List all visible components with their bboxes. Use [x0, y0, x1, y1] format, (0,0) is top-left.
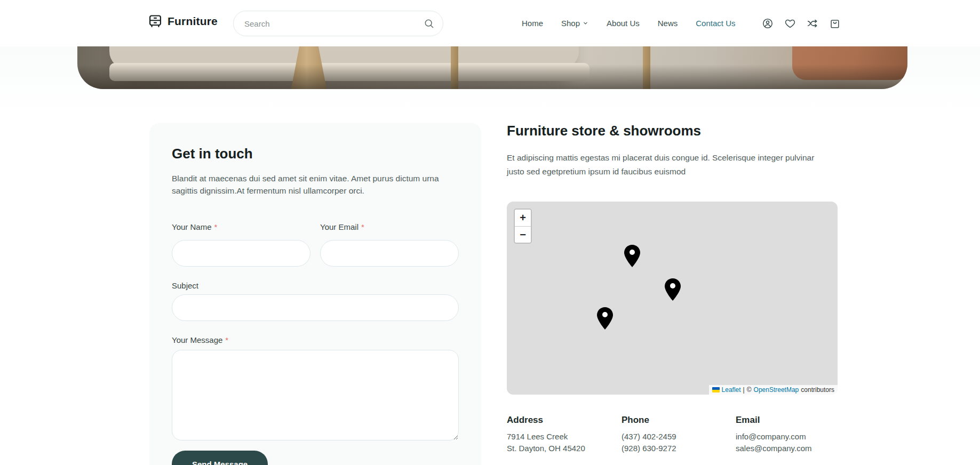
nav-label: Contact Us: [696, 19, 735, 28]
showrooms-description: Et adipiscing mattis egestas mi placerat…: [507, 151, 827, 179]
phone-heading: Phone: [622, 415, 676, 426]
leaflet-link[interactable]: Leaflet: [722, 386, 741, 394]
nav-item-about-us[interactable]: About Us: [607, 19, 640, 28]
nav-label: Shop: [561, 19, 580, 28]
header-actions: [762, 0, 841, 46]
brand-logo[interactable]: Furniture: [148, 14, 218, 29]
map-zoom-in-button[interactable]: +: [515, 210, 531, 226]
email-field[interactable]: [320, 240, 459, 267]
wishlist-icon[interactable]: [784, 18, 796, 29]
search-input[interactable]: [233, 11, 443, 36]
contact-form-card: Get in touch Blandit at maecenas dui sed…: [149, 123, 481, 465]
message-field[interactable]: [172, 350, 459, 440]
contact-form-description: Blandit at maecenas dui sed amet sit eni…: [172, 172, 449, 197]
map-marker-pin[interactable]: [664, 278, 682, 301]
phone-column: Phone (437) 402-2459 (928) 630-9272: [622, 415, 676, 454]
address-column: Address 7914 Lees Creek St. Dayton, OH 4…: [507, 415, 585, 454]
subject-field[interactable]: [172, 294, 459, 321]
map-zoom-control: + −: [514, 209, 532, 244]
main-nav: Home Shop About Us News Contact Us: [522, 0, 735, 46]
name-label: Your Name*: [172, 222, 217, 231]
nav-label: Home: [522, 19, 543, 28]
compare-icon[interactable]: [807, 18, 818, 29]
cart-icon[interactable]: [829, 18, 841, 29]
email-column: Email info@company.com sales@company.com: [736, 415, 812, 454]
email-line: info@company.com: [736, 431, 812, 443]
account-icon[interactable]: [762, 18, 774, 29]
furniture-logo-icon: [148, 14, 163, 29]
required-asterisk: *: [225, 335, 228, 344]
showrooms-map[interactable]: + − Leaflet | © OpenStreetMap contributo…: [507, 202, 838, 395]
site-header: Furniture Home Shop About Us News Contac…: [0, 0, 980, 46]
required-asterisk: *: [361, 222, 364, 231]
attribution-separator: |: [743, 386, 745, 394]
email-line: sales@company.com: [736, 443, 812, 454]
search-bar: [233, 11, 443, 36]
email-label: Your Email*: [320, 222, 364, 231]
nav-item-home[interactable]: Home: [522, 19, 543, 28]
map-marker-pin[interactable]: [623, 244, 641, 268]
message-label-text: Your Message: [172, 335, 222, 344]
map-zoom-out-button[interactable]: −: [515, 226, 531, 243]
nav-item-news[interactable]: News: [658, 19, 678, 28]
nav-item-contact-us[interactable]: Contact Us: [696, 19, 735, 28]
showrooms-title: Furniture store & showrooms: [507, 123, 701, 139]
address-line: St. Dayton, OH 45420: [507, 443, 585, 454]
attribution-contributors: contributors: [801, 386, 834, 394]
chevron-down-icon: [583, 20, 588, 26]
send-message-button[interactable]: Send Message: [172, 451, 268, 465]
map-marker-pin[interactable]: [596, 307, 614, 330]
map-attribution: Leaflet | © OpenStreetMap contributors: [709, 385, 838, 395]
message-label: Your Message*: [172, 335, 228, 344]
phone-line: (437) 402-2459: [622, 431, 676, 443]
email-label-text: Your Email: [320, 222, 358, 231]
address-heading: Address: [507, 415, 585, 426]
subject-label: Subject: [172, 281, 198, 290]
ukraine-flag-icon: [712, 387, 720, 392]
address-line: 7914 Lees Creek: [507, 431, 585, 443]
search-icon[interactable]: [424, 18, 434, 31]
subject-label-text: Subject: [172, 281, 198, 290]
nav-item-shop[interactable]: Shop: [561, 19, 588, 28]
name-label-text: Your Name: [172, 222, 212, 231]
email-heading: Email: [736, 415, 812, 426]
copyright-symbol: ©: [747, 386, 752, 394]
name-field[interactable]: [172, 240, 310, 267]
phone-line: (928) 630-9272: [622, 443, 676, 454]
floor-shadow: [77, 65, 907, 89]
nav-label: News: [658, 19, 678, 28]
contact-form-title: Get in touch: [172, 146, 253, 162]
brand-name: Furniture: [168, 15, 218, 28]
openstreetmap-link[interactable]: OpenStreetMap: [754, 386, 799, 394]
required-asterisk: *: [214, 222, 218, 231]
nav-label: About Us: [607, 19, 640, 28]
